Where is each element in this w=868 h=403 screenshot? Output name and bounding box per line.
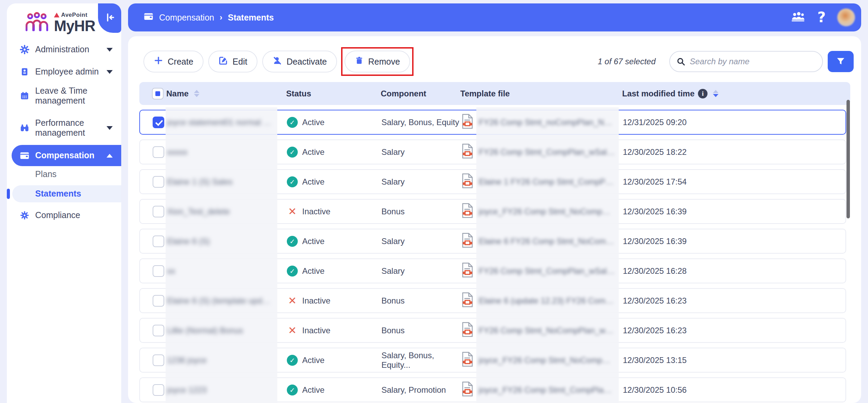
modified-time: 12/30/2025 16:39 <box>623 207 687 216</box>
remove-button[interactable]: Remove <box>345 51 410 72</box>
modified-time: 12/31/2025 09:20 <box>623 118 687 127</box>
sidebar-item-performance[interactable]: Performance management <box>7 116 121 139</box>
select-all-checkbox[interactable] <box>152 88 164 99</box>
deactivate-user-icon <box>272 56 282 67</box>
statement-name: xxxxx <box>167 147 187 157</box>
component-value: Salary, Bonus, Equity <box>381 118 459 127</box>
column-header-component: Component <box>381 89 460 98</box>
collapse-arrow-icon <box>104 12 115 25</box>
sidebar-item-label: Compliance <box>35 210 103 220</box>
template-file-icon <box>461 173 474 191</box>
template-file-name: Elaine 6 FY26 Comp Stmt_NoCompPlan_... <box>479 237 615 246</box>
status-icon <box>287 147 298 158</box>
column-header-last-modified[interactable]: Last modified time i <box>622 89 850 98</box>
statements-content-card: Create Edit Deactivate <box>128 36 861 403</box>
statement-name: Elaine 6 (S) (template updated)... <box>167 296 275 306</box>
template-file-icon <box>461 322 474 339</box>
chevron-down-icon <box>107 70 113 74</box>
row-checkbox[interactable] <box>153 354 164 366</box>
help-icon[interactable]: ? <box>817 10 826 25</box>
product-name: MyHR <box>54 17 95 34</box>
info-icon[interactable]: i <box>698 89 708 98</box>
statement-name: joyce 1223 <box>167 385 207 395</box>
component-value: Bonus <box>381 326 405 335</box>
create-button[interactable]: Create <box>143 51 204 72</box>
breadcrumb-separator: › <box>220 13 222 22</box>
topbar-actions: ? <box>790 9 855 26</box>
statement-name: Elaine 6 (S) <box>167 237 210 246</box>
top-header-bar: Compensation › Statements ? <box>128 3 861 31</box>
sidebar-item-leave-time[interactable]: Leave & Time management <box>7 84 121 107</box>
sidebar-collapse-button[interactable] <box>98 3 121 33</box>
wallet-icon <box>19 150 30 161</box>
row-checkbox[interactable] <box>153 236 164 247</box>
sort-icon[interactable] <box>194 90 199 97</box>
remove-button-wrapper: Remove <box>345 51 410 72</box>
filter-button[interactable] <box>828 51 854 72</box>
template-file-name: Elaine 6 (update 12.23) FY26 Comp Stmt_.… <box>479 296 615 306</box>
edit-button[interactable]: Edit <box>208 51 257 72</box>
template-file-icon <box>461 381 474 399</box>
id-badge-icon <box>19 67 30 77</box>
binoculars-icon <box>19 123 30 133</box>
component-value: Salary <box>381 266 405 276</box>
component-value: Bonus <box>381 296 405 306</box>
status-icon <box>287 266 298 277</box>
modified-time: 12/30/2025 16:39 <box>623 237 687 246</box>
statement-name: Elaine 1 (S) Sales <box>167 177 233 187</box>
template-file-name: joyce_FY26 Comp Stmt_CompPlan_wSala... <box>479 385 615 395</box>
modified-time: 12/30/2025 16:23 <box>623 296 687 306</box>
status-label: Inactive <box>302 296 331 306</box>
statement-name: 1236 joyce <box>167 355 207 365</box>
statement-name: joyce statement01 normal sm... <box>167 118 275 127</box>
template-file-icon <box>461 113 474 131</box>
user-avatar[interactable] <box>837 9 855 26</box>
row-checkbox[interactable] <box>153 206 164 217</box>
column-header-template-file: Template file <box>460 89 622 98</box>
status-label: Active <box>302 147 324 157</box>
sort-icon-active-desc[interactable] <box>713 90 718 97</box>
breadcrumb-current-page: Statements <box>228 13 274 23</box>
template-file-icon <box>461 351 474 369</box>
status-label: Active <box>302 355 324 365</box>
template-file-icon <box>461 232 474 250</box>
template-file-name: joyce_FY26 Comp Stmt_NoCompPlan_wB... <box>479 355 615 365</box>
status-icon <box>287 206 298 217</box>
column-header-name[interactable]: Name <box>166 89 286 98</box>
template-file-name: FY26 Comp Stmt_noCompPlan_NoEquity... <box>479 118 615 127</box>
row-checkbox[interactable] <box>153 384 164 396</box>
myhr-statements-page: { "brand": { "company": "AvePoint", "pro… <box>0 0 868 403</box>
sidebar-item-label: Compensation <box>35 150 103 161</box>
gear-icon <box>19 44 30 55</box>
deactivate-button[interactable]: Deactivate <box>262 51 337 72</box>
delegation-users-icon[interactable] <box>790 11 806 24</box>
template-file-name: FY26 Comp Stmt_NoCompPlan_wBonus_... <box>479 326 615 335</box>
status-label: Active <box>302 177 324 187</box>
table-scrollbar[interactable] <box>846 100 850 218</box>
row-checkbox[interactable] <box>153 117 164 128</box>
template-file-icon <box>461 143 474 161</box>
row-checkbox[interactable] <box>153 325 164 336</box>
modified-time: 12/30/2025 16:28 <box>623 266 687 276</box>
status-icon <box>287 325 298 336</box>
chevron-down-icon <box>107 48 113 52</box>
sidebar-item-statements[interactable]: Statements <box>12 185 121 202</box>
breadcrumb-section[interactable]: Compensation <box>159 13 214 23</box>
sidebar-item-label: Performance management <box>35 118 103 138</box>
row-checkbox[interactable] <box>153 146 164 158</box>
sidebar-item-compliance[interactable]: Compliance <box>7 208 121 223</box>
row-checkbox[interactable] <box>153 176 164 188</box>
sidebar-item-employee-admin[interactable]: Employee admin <box>7 64 121 79</box>
sidebar-item-compensation[interactable]: Compensation <box>12 145 121 166</box>
logo-text: AvePoint MyHR <box>54 12 95 33</box>
sidebar-item-plans[interactable]: Plans <box>7 167 121 182</box>
modified-time: 12/30/2025 10:56 <box>623 385 687 395</box>
sidebar-item-label: Employee admin <box>35 67 103 77</box>
row-checkbox[interactable] <box>153 265 164 277</box>
status-icon <box>287 385 298 395</box>
sidebar-item-administration[interactable]: Administration <box>7 42 121 57</box>
template-file-icon <box>461 292 474 310</box>
row-checkbox[interactable] <box>153 295 164 307</box>
app-logo: AvePoint MyHR <box>25 12 95 33</box>
search-input[interactable] <box>669 51 823 72</box>
